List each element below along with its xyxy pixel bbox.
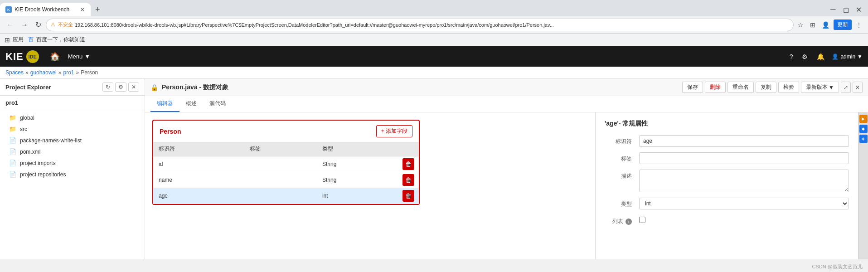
menu-button[interactable]: ⋮ (853, 20, 864, 30)
field-label (244, 172, 317, 188)
forward-button[interactable]: → (18, 19, 31, 31)
help-button[interactable]: ? (788, 51, 795, 62)
delete-button[interactable]: 删除 (705, 82, 726, 93)
tab-favicon: K (5, 6, 12, 13)
tree-item-label: project.imports (20, 160, 139, 166)
editor-title: Person.java - 数据对象 (162, 83, 228, 92)
field-type: String (317, 172, 401, 188)
tab-editor[interactable]: 编辑器 (150, 96, 179, 112)
star-button[interactable]: ☆ (795, 20, 806, 30)
tree-item-pom[interactable]: 📄 pom.xml ⊕ (0, 146, 145, 157)
table-row-selected[interactable]: age int 🗑 (153, 188, 419, 204)
back-button[interactable]: ← (4, 19, 16, 31)
prop-input-description[interactable] (639, 170, 849, 192)
breadcrumb-module[interactable]: pro1 (63, 69, 74, 76)
prop-list-row: 列表 i (605, 215, 849, 225)
breadcrumb-project[interactable]: guohaowei (30, 69, 57, 76)
right-icon-2[interactable]: ◆ (859, 125, 868, 133)
tree-item-project-repos[interactable]: 📄 project.repositories ⊕ ✎ 🗑 (0, 169, 145, 180)
tab-title: KIE Drools Workbench (15, 6, 76, 13)
latest-version-button[interactable]: 最新版本 ▼ (801, 82, 839, 93)
col-header-identifier: 标识符 (153, 142, 244, 156)
help-icon[interactable]: i (626, 219, 632, 225)
right-icon-3[interactable]: ◈ (859, 135, 868, 143)
tree-item-project-imports[interactable]: 📄 project.imports ⊕ ✎ 🗑 (0, 157, 145, 169)
settings-button[interactable]: ⚙ (800, 51, 810, 62)
prop-type-row: 类型 int String boolean double float long … (605, 198, 849, 209)
save-button[interactable]: 保存 (682, 82, 703, 93)
apps-label: 应用 (13, 36, 24, 44)
delete-cell: 🗑 (401, 172, 419, 188)
tree-item-label: project.repositories (20, 171, 139, 178)
address-bar[interactable]: ⚠ 不安全 192.168.86.101:8080/drools-wb/kie-… (46, 19, 794, 31)
user-menu[interactable]: 👤 admin ▼ (832, 53, 863, 60)
sidebar-tree: 📁 global ⊕ ✎ 🗑 📁 src ⊕ 🗑 (0, 110, 145, 182)
add-field-button[interactable]: + 添加字段 (376, 125, 412, 137)
menu-button[interactable]: Menu ▼ (63, 51, 95, 62)
sidebar-refresh-button[interactable]: ↻ (102, 83, 113, 92)
table-row[interactable]: name String 🗑 (153, 172, 419, 188)
close-editor-button[interactable]: ✕ (853, 82, 863, 93)
validate-button[interactable]: 检验 (778, 82, 799, 93)
field-type: int (317, 188, 401, 204)
prop-select-type[interactable]: int String boolean double float long Dat… (639, 198, 849, 209)
file-icon: 📄 (9, 148, 16, 155)
expand-button[interactable]: ⤢ (841, 82, 851, 93)
extensions-button[interactable]: ⊞ (808, 20, 818, 30)
update-button[interactable]: 更新 (834, 19, 852, 30)
folder-icon: 📁 (9, 114, 16, 121)
tree-item-package-names[interactable]: 📄 package-names-white-list ⊕ ✎ 🗑 (0, 135, 145, 146)
sidebar-settings-button[interactable]: ⚙ (115, 83, 126, 92)
prop-desc-row: 描述 (605, 170, 849, 192)
browser-tab[interactable]: K KIE Drools Workbench ✕ (0, 3, 91, 16)
baidu-label: 百度一下，你就知道 (36, 36, 85, 44)
prop-checkbox-list[interactable] (639, 217, 645, 223)
prop-label-label: 标签 (605, 152, 632, 163)
tree-item-src[interactable]: 📁 src ⊕ 🗑 (0, 123, 145, 135)
breadcrumb-spaces[interactable]: Spaces (5, 69, 24, 76)
tab-close-icon[interactable]: ✕ (80, 6, 85, 13)
field-identifier: name (153, 172, 244, 188)
tab-source[interactable]: 源代码 (203, 96, 232, 112)
rename-button[interactable]: 重命名 (727, 82, 754, 93)
breadcrumb: Spaces » guohaowei » pro1 » Person (0, 67, 868, 79)
field-type: String (317, 156, 401, 172)
sidebar-project-name: pro1 (0, 96, 145, 110)
copy-button[interactable]: 复制 (756, 82, 776, 93)
notifications-button[interactable]: 🔔 (815, 51, 826, 62)
prop-input-identifier[interactable] (639, 135, 849, 147)
delete-field-button[interactable]: 🗑 (402, 174, 414, 186)
tab-overview[interactable]: 概述 (179, 96, 203, 112)
breadcrumb-sep3: » (76, 69, 79, 76)
prop-label-row: 标签 (605, 152, 849, 164)
tree-item-label: package-names-white-list (20, 137, 139, 144)
ide-badge: IDE (26, 50, 39, 63)
field-identifier: id (153, 156, 244, 172)
prop-label-desc: 描述 (605, 170, 632, 180)
tree-item-global[interactable]: 📁 global ⊕ ✎ 🗑 (0, 112, 145, 123)
restore-button[interactable]: ◻ (840, 4, 852, 15)
refresh-button[interactable]: ↻ (33, 19, 44, 31)
delete-field-button[interactable]: 🗑 (402, 190, 414, 202)
close-window-button[interactable]: ✕ (853, 4, 864, 15)
folder-icon: 📁 (9, 126, 16, 132)
baidu-bookmark[interactable]: 百 百度一下，你就知道 (28, 36, 85, 44)
sidebar-close-button[interactable]: ✕ (128, 83, 139, 92)
dropdown-arrow-icon: ▼ (829, 84, 834, 91)
tree-item-label: src (20, 126, 139, 132)
right-sidebar: ▶ ◆ ◈ (858, 112, 868, 259)
app-nav: KIE IDE 🏠 Menu ▼ ? ⚙ 🔔 👤 admin ▼ (0, 46, 868, 67)
user-dropdown-icon: ▼ (857, 53, 863, 60)
home-button[interactable]: 🏠 (46, 50, 63, 63)
table-row[interactable]: id String 🗑 (153, 156, 419, 172)
properties-title: 'age'- 常规属性 (605, 120, 849, 128)
profile-button[interactable]: 👤 (820, 20, 832, 30)
new-tab-button[interactable]: + (91, 3, 105, 16)
delete-field-button[interactable]: 🗑 (402, 158, 414, 170)
prop-input-label[interactable] (639, 152, 849, 164)
apps-bookmark[interactable]: ⊞ 应用 (5, 36, 24, 44)
minimize-button[interactable]: ─ (827, 4, 839, 15)
editor-toolbar: 🔒 Person.java - 数据对象 保存 删除 重命名 复制 检验 最新版… (145, 79, 868, 96)
right-icon-1[interactable]: ▶ (859, 115, 868, 123)
kie-logo: KIE IDE (5, 50, 39, 63)
